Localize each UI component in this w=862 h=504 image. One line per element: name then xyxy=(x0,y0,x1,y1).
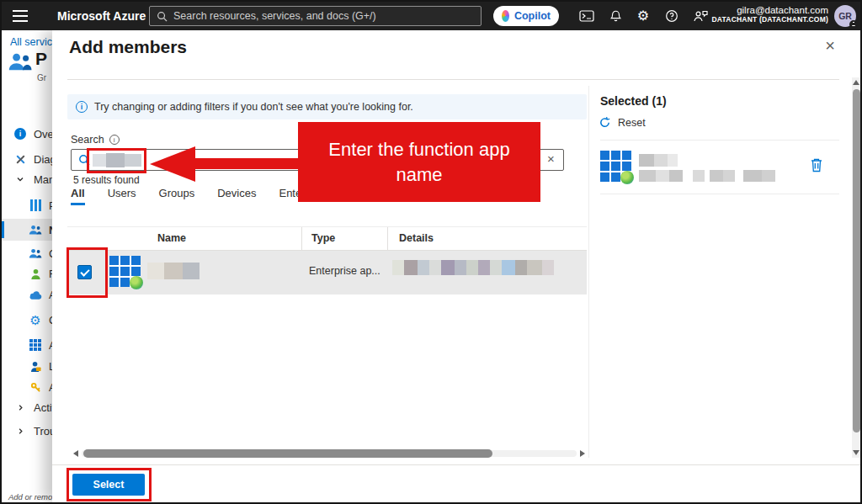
divider xyxy=(600,194,839,194)
help-icon[interactable] xyxy=(662,7,682,25)
account-email: gilra@datachant.com xyxy=(712,5,828,15)
info-icon: i xyxy=(76,101,88,113)
person-badge-icon xyxy=(29,359,42,373)
cloud-icon xyxy=(29,288,42,301)
remove-selected-button[interactable] xyxy=(810,157,823,176)
sidebar-item-properties[interactable]: P xyxy=(2,194,52,216)
chevron-right-icon xyxy=(13,401,27,414)
scroll-down-icon[interactable] xyxy=(853,450,859,455)
column-header-type[interactable]: Type xyxy=(311,232,335,244)
global-search[interactable] xyxy=(149,6,482,26)
annotation-box-select xyxy=(67,468,152,501)
column-divider xyxy=(387,227,388,250)
lock-icon xyxy=(849,20,858,29)
sidebar-item-group-settings[interactable]: ⚙ C xyxy=(2,309,52,331)
column-header-name[interactable]: Name xyxy=(157,232,186,244)
account-info[interactable]: gilra@datachant.com DATACHANT (DATACHANT… xyxy=(712,5,828,24)
cloud-shell-icon[interactable] xyxy=(577,7,597,25)
column-header-details[interactable]: Details xyxy=(399,232,434,244)
selected-app-icon xyxy=(600,151,631,182)
settings-gear-icon[interactable]: ⚙ xyxy=(633,7,653,25)
add-members-dialog: Add members × i Try changing or adding f… xyxy=(52,30,860,502)
copilot-button[interactable]: Copilot xyxy=(493,6,559,26)
filter-hint-banner: i Try changing or adding filters if you … xyxy=(67,94,587,119)
tools-icon xyxy=(13,152,27,166)
sidebar: All servic P Gr i Over Diag Mana P xyxy=(2,30,52,502)
account-tenant: DATACHANT (DATACHANT.COM) xyxy=(712,15,828,24)
feedback-icon[interactable] xyxy=(690,7,710,25)
chevron-down-icon xyxy=(13,172,27,186)
brand-title[interactable]: Microsoft Azure xyxy=(57,2,146,30)
sidebar-item-administrative-units[interactable]: A xyxy=(2,284,52,305)
page-title: P xyxy=(35,49,47,69)
sidebar-item-azure-role-assignments[interactable]: A xyxy=(2,376,52,398)
row-type-cell: Enterprise ap... xyxy=(309,265,380,277)
azure-portal-screenshot: Microsoft Azure Copilot ⚙ gilra@datachan… xyxy=(0,0,862,504)
reset-undo-icon xyxy=(599,116,611,129)
results-count: 5 results found xyxy=(73,174,140,186)
notifications-bell-icon[interactable] xyxy=(605,7,625,25)
clear-search-icon[interactable]: × xyxy=(547,152,555,165)
annotation-box-search xyxy=(87,148,146,173)
people-icon xyxy=(29,247,42,260)
trash-icon xyxy=(810,157,823,172)
group-people-icon xyxy=(8,52,33,74)
sidebar-item-members[interactable]: N xyxy=(2,219,52,241)
sidebar-footer-note: Add or remo xyxy=(8,492,52,501)
tab-all[interactable]: All xyxy=(71,187,85,205)
redacted-row-name xyxy=(147,263,200,279)
search-icon xyxy=(157,11,168,22)
sidebar-item-activity[interactable]: Activ xyxy=(2,396,52,418)
sidebar-item-troubleshooting[interactable]: Troub xyxy=(2,420,52,442)
hamburger-menu-icon[interactable] xyxy=(13,10,28,22)
redacted-selected-details xyxy=(639,170,775,182)
selected-panel-title: Selected (1) xyxy=(600,94,667,108)
reset-button[interactable]: Reset xyxy=(599,116,646,129)
divider xyxy=(52,464,860,465)
info-icon: i xyxy=(109,135,120,145)
breadcrumb-all-services[interactable]: All servic xyxy=(10,36,52,48)
scroll-right-icon[interactable] xyxy=(580,450,585,457)
vertical-scrollbar[interactable] xyxy=(852,77,860,458)
scrollbar-thumb[interactable] xyxy=(853,89,860,432)
avatar-initials: GR xyxy=(838,11,852,21)
grid-icon xyxy=(29,338,42,352)
divider xyxy=(67,79,839,80)
redacted-row-details xyxy=(392,260,554,275)
scrollbar-thumb[interactable] xyxy=(83,449,492,458)
column-divider xyxy=(301,227,302,250)
annotation-callout: Enter the function app name xyxy=(298,122,540,202)
scroll-up-icon[interactable] xyxy=(853,80,859,85)
tab-groups[interactable]: Groups xyxy=(159,187,195,205)
people-icon xyxy=(29,223,42,236)
avatar[interactable]: GR xyxy=(834,5,856,27)
sidebar-item-applications[interactable]: A xyxy=(2,334,52,356)
sidebar-item-manage[interactable]: Mana xyxy=(2,168,52,190)
key-icon xyxy=(29,380,42,394)
divider xyxy=(600,140,839,141)
banner-text: Try changing or adding filters if you do… xyxy=(94,101,413,113)
sidebar-item-diagnose[interactable]: Diag xyxy=(2,148,52,170)
global-search-input[interactable] xyxy=(173,10,474,22)
sidebar-item-licenses[interactable]: L xyxy=(2,355,52,377)
chevron-right-icon xyxy=(13,424,27,438)
scroll-left-icon[interactable] xyxy=(73,450,78,457)
bars-icon xyxy=(29,199,42,212)
sidebar-item-roles[interactable]: F xyxy=(2,263,52,284)
redacted-selected-name xyxy=(639,154,678,167)
top-bar: Microsoft Azure Copilot ⚙ gilra@datachan… xyxy=(2,2,860,30)
page-subtitle: Gr xyxy=(37,73,46,82)
sidebar-item-owners[interactable]: C xyxy=(2,242,52,264)
annotation-arrow-shaft xyxy=(194,158,300,169)
copilot-icon xyxy=(502,10,509,22)
annotation-arrow-head xyxy=(150,146,195,182)
sidebar-item-overview[interactable]: i Over xyxy=(2,123,52,145)
person-green-icon xyxy=(29,267,42,280)
close-icon[interactable]: × xyxy=(825,37,835,54)
panel-divider xyxy=(588,86,589,458)
tab-devices[interactable]: Devices xyxy=(217,187,256,205)
divider xyxy=(67,226,587,227)
result-tabs: All Users Groups Devices Enterprise xyxy=(71,187,329,205)
tab-users[interactable]: Users xyxy=(108,187,136,205)
horizontal-scrollbar[interactable] xyxy=(72,448,587,459)
